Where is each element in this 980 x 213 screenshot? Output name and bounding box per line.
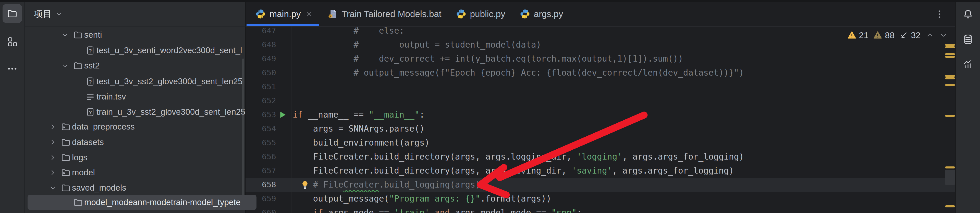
warning-stripe-mark[interactable] <box>945 44 955 46</box>
activity-button-structure[interactable] <box>3 32 22 51</box>
file-unknown-icon: ? <box>85 45 95 55</box>
more-horizontal-icon <box>6 63 18 74</box>
tree-item-data-preprocess[interactable]: data_preprocess <box>25 119 245 134</box>
tree-item-datasets[interactable]: datasets <box>25 135 245 150</box>
tree-item-saved-models[interactable]: saved_models <box>25 180 245 196</box>
folder-icon <box>61 137 71 147</box>
tab-label: main.py <box>269 9 301 19</box>
code-token: args.model_mode == <box>450 208 551 213</box>
project-tree-scrollbar[interactable] <box>242 58 244 209</box>
code-text: FileCreater.build_directory(args, args.s… <box>293 164 734 178</box>
code-line[interactable]: 658 # FileCreater.build_logging(args) <box>245 178 955 192</box>
inspections-widget[interactable]: 218832 <box>847 29 948 41</box>
tree-item-model[interactable]: model <box>25 165 245 180</box>
tree-item-label: model_modeann-modetrain-model_typete <box>84 195 241 210</box>
tree-item-label: model <box>72 165 95 180</box>
chevron-right-icon[interactable] <box>48 168 57 177</box>
inspection-warning[interactable]: 21 <box>847 30 869 40</box>
code-token: # output_message(f"Epoch {epoch} Acc: {f… <box>293 68 744 77</box>
warning-stripe-mark[interactable] <box>945 46 955 48</box>
line-number: 654 <box>245 121 276 136</box>
code-token: Creater <box>344 180 379 189</box>
warning-stripe-mark[interactable] <box>945 56 955 58</box>
previous-problem-icon[interactable] <box>925 30 934 40</box>
line-number: 655 <box>245 136 276 150</box>
code-line[interactable]: 656 FileCreater.build_directory(args, ar… <box>245 150 955 164</box>
stripe-button-database[interactable] <box>962 33 974 45</box>
chevron-down-icon[interactable] <box>48 183 57 192</box>
tab-options-icon[interactable] <box>934 6 945 22</box>
editor-tab-train-tailored-models-bat[interactable]: Train Tailored Models.bat <box>320 2 449 26</box>
folder-icon <box>61 183 71 193</box>
code-line[interactable]: 652 <box>245 94 955 108</box>
chevron-right-icon[interactable] <box>48 138 57 147</box>
code-text: if args.mode == 'train' and args.model_m… <box>293 206 582 213</box>
inspection-success[interactable]: 32 <box>899 30 921 40</box>
code-line[interactable]: 657 FileCreater.build_directory(args, ar… <box>245 164 955 178</box>
chevron-down-icon[interactable] <box>61 30 69 39</box>
right-tool-stripe <box>955 2 980 213</box>
warning-stripe-mark[interactable] <box>945 166 955 169</box>
tree-item-label: datasets <box>72 135 104 150</box>
activity-button-project-folder[interactable] <box>3 4 22 23</box>
code-line[interactable]: 660 if args.mode == 'train' and args.mod… <box>245 206 955 213</box>
code-line[interactable]: 655 build_environment(args) <box>245 136 955 150</box>
tree-item-train-tsv[interactable]: train.tsv <box>25 89 245 104</box>
code-text: build_environment(args) <box>293 136 430 150</box>
tree-item-sst2[interactable]: sst2 <box>25 58 245 73</box>
line-number: 653 <box>245 108 276 121</box>
warning-stripe-mark[interactable] <box>945 77 955 79</box>
code-text: # output_message(f"Epoch {epoch} Acc: {f… <box>293 66 744 80</box>
editor-area: 647 # else:648 # output = student_model(… <box>245 2 955 213</box>
tree-item-test-u-3v-senti-word2vec300d-sent-l[interactable]: ?test_u_3v_senti_word2vec300d_sent_l <box>25 43 245 58</box>
next-problem-icon[interactable] <box>939 30 948 40</box>
code-line[interactable]: 649 # dev_correct += int(y_batch.eq(torc… <box>245 52 955 66</box>
tree-item-train-u-3v-sst2-glove300d-sent-len25[interactable]: ?train_u_3v_sst2_glove300d_sent_len25 <box>25 104 245 120</box>
chevron-right-icon[interactable] <box>48 122 57 131</box>
code-token: : <box>420 110 425 120</box>
stripe-button-statistics-chart[interactable] <box>962 58 974 70</box>
editor-tab-main-py[interactable]: main.py <box>245 2 320 26</box>
inspection-count: 88 <box>885 30 894 40</box>
tab-close-icon[interactable] <box>305 10 313 18</box>
file-unknown-icon: ? <box>85 76 95 87</box>
editor-scrollbar-thumb[interactable] <box>945 170 955 185</box>
warning-stripe-mark[interactable] <box>945 115 955 117</box>
code-token: output_message( <box>293 194 389 204</box>
inspection-weak-warning[interactable]: 88 <box>873 30 894 40</box>
warning-stripe-mark[interactable] <box>945 84 955 86</box>
editor-tab-public-py[interactable]: public.py <box>449 2 512 26</box>
active-tab-underline <box>247 24 319 26</box>
stripe-button-notifications-bell[interactable] <box>962 9 974 21</box>
warning-stripe-mark[interactable] <box>945 205 955 207</box>
code-line[interactable]: 654 args = SNNArgs.parse() <box>245 121 955 136</box>
chevron-down-icon[interactable] <box>61 62 69 70</box>
warning-stripe-mark[interactable] <box>945 53 955 55</box>
tree-item-test-u-3v-sst2-glove300d-sent-len25[interactable]: ?test_u_3v_sst2_glove300d_sent_len25 <box>25 74 245 89</box>
tree-item-model-modeann-modetrain-model-typete[interactable]: model_modeann-modetrain-model_typete <box>27 195 256 210</box>
chevron-right-icon[interactable] <box>48 153 57 162</box>
ide-window: 项目 senti?test_u_3v_senti_word2vec300d_se… <box>0 0 980 213</box>
code-line[interactable]: 651 <box>245 80 955 94</box>
tree-item-label: test_u_3v_sst2_glove300d_sent_len25 <box>97 74 242 89</box>
run-icon[interactable] <box>278 110 287 120</box>
gutter-separator <box>291 27 291 213</box>
code-text: args = SNNArgs.parse() <box>293 121 425 136</box>
tree-item-logs[interactable]: logs <box>25 150 245 165</box>
folder-icon <box>61 152 71 163</box>
project-tool-window: 项目 senti?test_u_3v_senti_word2vec300d_se… <box>25 2 245 213</box>
code-text: if __name__ == "__main__": <box>293 108 425 121</box>
line-number: 657 <box>245 164 276 178</box>
warning-stripe-mark[interactable] <box>945 75 955 77</box>
code-line[interactable]: 659 output_message("Program args: {}".fo… <box>245 192 955 206</box>
structure-icon <box>6 36 18 47</box>
code-text: FileCreater.build_directory(args, args.l… <box>293 150 744 164</box>
svg-text:?: ? <box>89 48 92 54</box>
activity-button-more-horizontal[interactable] <box>3 59 22 78</box>
tree-item-senti[interactable]: senti <box>25 27 245 43</box>
code-line[interactable]: 650 # output_message(f"Epoch {epoch} Acc… <box>245 66 955 80</box>
code-line[interactable]: 653if __name__ == "__main__": <box>245 108 955 121</box>
folder-package-icon <box>61 121 71 132</box>
code-token: : <box>577 208 582 213</box>
editor-tab-args-py[interactable]: args.py <box>512 2 570 26</box>
